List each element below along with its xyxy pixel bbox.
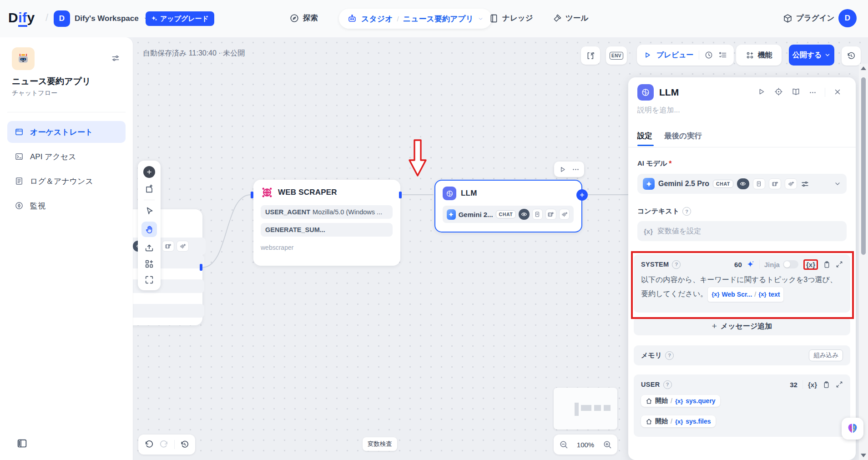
scrollbar-thumb[interactable] — [861, 77, 866, 255]
run-history-clock-icon[interactable] — [704, 51, 713, 60]
variable-reference-chip[interactable]: {x}Web Scr.../{x}text — [707, 287, 784, 302]
zoom-out-icon[interactable] — [559, 440, 568, 449]
user-prompt-editor[interactable]: USER ? 32 {x} 開始 / {x} sys.query — [634, 374, 850, 437]
model-name: Gemini 2... — [459, 211, 493, 218]
toggle-knob — [784, 261, 790, 268]
webscraper-output-handle[interactable] — [399, 192, 402, 198]
node-output-handle[interactable] — [200, 264, 202, 271]
breadcrumb-studio[interactable]: スタジオ — [361, 14, 393, 24]
more-options-icon[interactable] — [572, 166, 580, 173]
system-prompt-editor[interactable]: SYSTEM ? 60 Jinja {x} 以下の内容から、キーワードに関するト… — [634, 254, 850, 313]
import-dsl-icon[interactable] — [144, 243, 154, 253]
studio-breadcrumb[interactable]: スタジオ / ニュース要約アプリ — [339, 9, 492, 29]
node-title: WEB SCRAPER — [278, 188, 337, 197]
scroll-down-arrow[interactable] — [861, 454, 866, 457]
panel-title[interactable]: LLM — [659, 87, 679, 98]
node-field-generate-sum: GENERATE_SUM... — [261, 223, 393, 237]
upgrade-button[interactable]: アップグレード — [146, 11, 214, 26]
assistant-brain-button[interactable] — [842, 418, 863, 440]
fit-view-icon[interactable] — [144, 275, 154, 285]
change-history-icon[interactable] — [180, 440, 189, 449]
variable-inspect-toggle[interactable]: 変数検査 — [363, 437, 397, 451]
sidebar-item-orchestrate[interactable]: オーケストレート — [7, 121, 126, 143]
variable-reference-chip[interactable]: 開始 / {x} sys.query — [641, 395, 720, 407]
publish-button[interactable]: 公開する — [789, 45, 834, 66]
sidebar-item-logs[interactable]: ログ＆アナウンス — [7, 170, 126, 192]
insert-variable-button[interactable]: {x} — [803, 259, 818, 270]
close-icon[interactable] — [833, 88, 842, 96]
copy-clipboard-icon[interactable] — [823, 381, 830, 389]
zoom-level[interactable]: 100% — [577, 441, 594, 449]
copy-clipboard-icon[interactable] — [823, 261, 831, 268]
expand-icon[interactable] — [836, 261, 843, 268]
context-variable-input[interactable]: {x} 変数値を設定 — [637, 221, 847, 241]
context-placeholder: 変数値を設定 — [657, 227, 701, 236]
add-node-button[interactable] — [143, 166, 155, 178]
checklist-icon[interactable] — [718, 51, 727, 60]
upgrade-label: アップグレード — [160, 15, 209, 23]
generate-sparkle-icon[interactable] — [747, 260, 755, 268]
insert-variable-button[interactable]: {x} — [808, 381, 817, 389]
hand-tool-icon[interactable] — [141, 222, 157, 237]
help-question-icon[interactable]: ? — [672, 260, 681, 269]
nav-plugins[interactable]: プラグイン — [783, 13, 834, 23]
nav-explore[interactable]: 探索 — [289, 13, 318, 23]
nav-tools[interactable]: ツール — [553, 13, 588, 23]
docs-book-icon[interactable] — [792, 87, 800, 96]
run-node-icon[interactable] — [559, 166, 566, 173]
tab-settings[interactable]: 設定 — [637, 131, 652, 141]
red-arrow-annotation — [408, 139, 427, 178]
llm-config-panel: LLM 説明を追加... 設定 最後の実行 AI モデル * Gemini 2.… — [628, 77, 856, 460]
version-history-button[interactable] — [842, 46, 861, 66]
collapse-sidebar-icon[interactable] — [16, 438, 28, 449]
undo-icon[interactable] — [144, 440, 154, 450]
user-avatar[interactable]: D — [838, 9, 857, 27]
more-options-icon[interactable] — [809, 89, 817, 96]
zoom-in-icon[interactable] — [603, 440, 612, 449]
app-settings-icon[interactable] — [111, 54, 120, 63]
minimap[interactable] — [554, 388, 617, 430]
features-button[interactable]: 機能 — [736, 45, 782, 66]
description-placeholder[interactable]: 説明を追加... — [637, 106, 680, 115]
webscraper-input-handle[interactable] — [251, 192, 253, 198]
model-selector[interactable]: Gemini 2.5 Pro CHAT — [637, 174, 847, 194]
run-node-icon[interactable] — [757, 87, 766, 96]
plus-icon: + — [712, 321, 717, 331]
features-label: 機能 — [758, 51, 772, 60]
help-question-icon[interactable]: ? — [663, 380, 672, 389]
page-scrollbar[interactable] — [859, 64, 868, 460]
scroll-up-arrow[interactable] — [861, 66, 866, 70]
expand-icon[interactable] — [836, 381, 843, 388]
model-tune-icon[interactable] — [801, 180, 809, 188]
focus-target-icon[interactable] — [774, 87, 783, 96]
breadcrumb-app-name[interactable]: ニュース要約アプリ — [403, 14, 474, 24]
chat-mode-badge: CHAT — [713, 180, 733, 188]
organize-blocks-icon[interactable] — [144, 259, 154, 269]
jinja-toggle[interactable] — [783, 260, 798, 268]
help-question-icon[interactable]: ? — [682, 207, 691, 216]
minimap-node — [575, 403, 579, 416]
preview-button[interactable]: プレビュー — [656, 51, 694, 60]
env-button[interactable]: ENV — [606, 46, 627, 65]
node-llm[interactable]: LLM Gemini 2... CHAT — [434, 180, 582, 233]
add-note-icon[interactable] — [144, 184, 154, 194]
dify-logo[interactable]: Dify — [8, 10, 35, 25]
sidebar-item-monitoring[interactable]: 監視 — [7, 195, 126, 217]
nav-knowledge[interactable]: ナレッジ — [489, 13, 533, 23]
variable-inspect-button[interactable] — [581, 46, 600, 65]
pointer-tool-icon[interactable] — [145, 206, 154, 216]
variable-reference-chip[interactable]: 開始 / {x} sys.files — [641, 415, 716, 427]
help-question-icon[interactable]: ? — [665, 351, 674, 360]
publish-label: 公開する — [792, 51, 822, 60]
token-count: 32 — [790, 381, 797, 389]
node-web-scraper[interactable]: WEB SCRAPER USER_AGENTMozilla/5.0 (Windo… — [253, 180, 400, 266]
add-message-button[interactable]: + メッセージ追加 — [634, 317, 850, 335]
workspace-switcher[interactable]: D Dify's Workspace — [54, 10, 150, 27]
tab-last-run[interactable]: 最後の実行 — [664, 131, 702, 141]
plugins-label: プラグイン — [796, 13, 834, 23]
breadcrumb-separator: / — [397, 15, 399, 23]
sidebar-item-api-access[interactable]: API アクセス — [7, 146, 126, 167]
add-next-node-button[interactable] — [576, 189, 588, 201]
redo-icon[interactable] — [159, 440, 169, 450]
system-prompt-text[interactable]: 以下の内容から、キーワードに関するトピックを3つ選び、要約してください。{x}W… — [641, 273, 843, 302]
